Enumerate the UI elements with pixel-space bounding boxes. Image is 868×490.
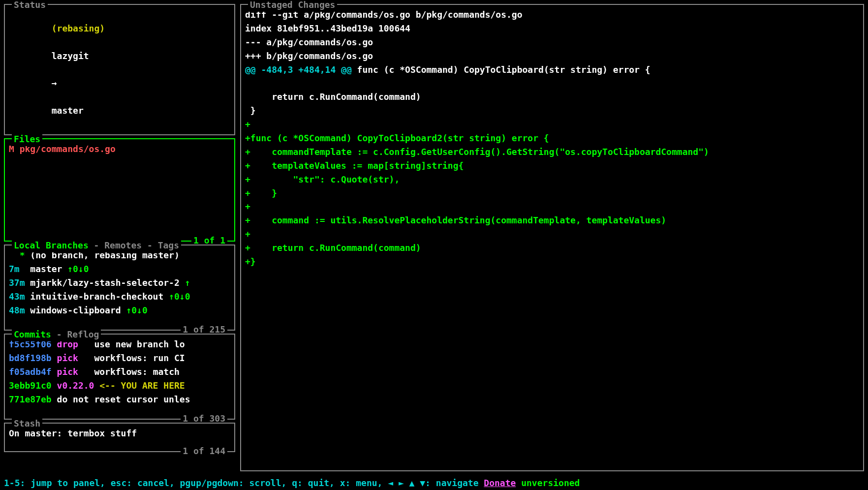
diff-line: + bbox=[245, 200, 859, 214]
stash-title: Stash bbox=[12, 417, 42, 430]
branch-item[interactable]: 7m master ↑0↓0 bbox=[9, 262, 230, 276]
diff-line: } bbox=[245, 104, 859, 118]
diff-line: + command := utils.ResolvePlaceholderStr… bbox=[245, 214, 859, 227]
branch-item[interactable]: 43m intuitive-branch-checkout ↑0↓0 bbox=[9, 290, 230, 304]
branch-item[interactable]: 48m windows-clipboard ↑0↓0 bbox=[9, 304, 230, 317]
diff-line: + return c.RunCommand(command) bbox=[245, 241, 859, 255]
commit-item[interactable]: 3ebb91c0 v0.22.0 <-- YOU ARE HERE bbox=[9, 379, 230, 393]
commits-tabs: Commits - Reflog bbox=[12, 328, 101, 341]
diff-line: +++ b/pkg/commands/os.go bbox=[245, 49, 859, 63]
commit-item[interactable]: 771e87eb do not reset cursor unles bbox=[9, 393, 230, 406]
diff-line bbox=[245, 76, 859, 90]
status-line: (rebasing) lazygit → master bbox=[9, 8, 230, 131]
branch-item[interactable]: 37m mjarkk/lazy-stash-selector-2 ↑ bbox=[9, 276, 230, 290]
diff-line: --- a/pkg/commands/os.go bbox=[245, 35, 859, 49]
stash-panel[interactable]: Stash On master: termbox stuff 1 of 144 bbox=[4, 423, 235, 452]
branches-panel[interactable]: Local Branches - Remotes - Tags * (no br… bbox=[4, 245, 235, 331]
diff-line: +} bbox=[245, 255, 859, 269]
diff-line: index 81ebf951..43bed19a 100644 bbox=[245, 22, 859, 35]
commit-item[interactable]: f05adb4f pick workflows: match bbox=[9, 365, 230, 379]
commit-item[interactable]: bd8f198b pick workflows: run CI bbox=[9, 351, 230, 365]
diff-line: + bbox=[245, 118, 859, 131]
status-panel[interactable]: Status (rebasing) lazygit → master bbox=[4, 4, 235, 135]
diff-line: +func (c *OSCommand) CopyToClipboard2(st… bbox=[245, 131, 859, 145]
diff-title: Unstaged Changes bbox=[248, 0, 337, 12]
diff-line: + } bbox=[245, 186, 859, 200]
diff-panel[interactable]: Unstaged Changes diff --git a/pkg/comman… bbox=[240, 4, 864, 471]
diff-line: + "str": c.Quote(str), bbox=[245, 173, 859, 186]
commits-panel[interactable]: Commits - Reflog f5c55f06 drop use new b… bbox=[4, 334, 235, 420]
diff-line: + templateValues := map[string]string{ bbox=[245, 159, 859, 173]
files-title: Files bbox=[12, 132, 42, 146]
footer-tail: unversioned bbox=[516, 478, 580, 488]
footer-keys: 1-5: jump to panel, esc: cancel, pgup/pg… bbox=[4, 478, 484, 488]
files-panel[interactable]: Files M pkg/commands/os.go 1 of 1 bbox=[4, 138, 235, 242]
stash-count: 1 of 144 bbox=[181, 444, 227, 458]
diff-line: + commandTemplate := c.Config.GetUserCon… bbox=[245, 145, 859, 159]
footer-bar: 1-5: jump to panel, esc: cancel, pgup/pg… bbox=[4, 476, 864, 490]
status-title: Status bbox=[12, 0, 48, 12]
donate-link[interactable]: Donate bbox=[484, 478, 516, 488]
diff-line: + bbox=[245, 227, 859, 241]
diff-line: return c.RunCommand(command) bbox=[245, 90, 859, 104]
diff-line: @@ -484,3 +484,14 @@ func (c *OSCommand)… bbox=[245, 63, 859, 77]
branches-tabs: Local Branches - Remotes - Tags bbox=[12, 239, 181, 252]
